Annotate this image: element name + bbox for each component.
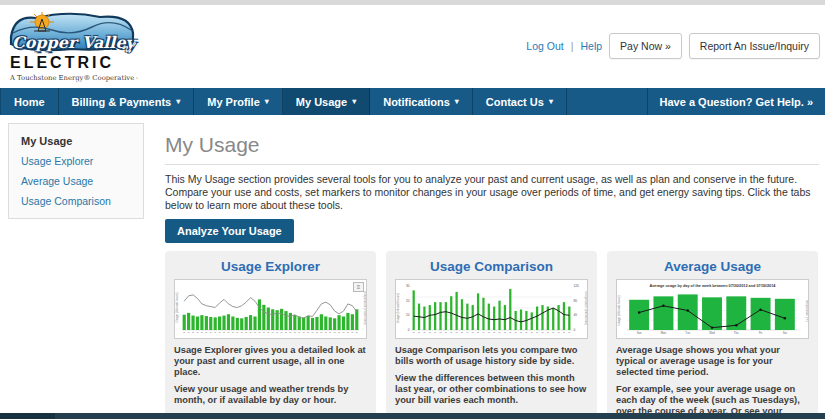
header-utility-links: Log Out | Help Pay Now » Report An Issue… bbox=[526, 33, 820, 59]
svg-text:Usage (kilowatt-hours): Usage (kilowatt-hours) bbox=[617, 296, 621, 326]
svg-text:Temperature (°F): Temperature (°F) bbox=[805, 300, 809, 323]
chevron-down-icon: ▾ bbox=[265, 97, 269, 106]
usage-comparison-chart: Usage (kilowatt-hours)Temperature (Fahre… bbox=[395, 279, 588, 339]
sidebar-item-usage-comparison[interactable]: Usage Comparison bbox=[9, 191, 143, 211]
help-link[interactable]: Help bbox=[580, 40, 602, 52]
page-title: My Usage bbox=[165, 133, 819, 165]
average-usage-chart: Average usage by day of the week between… bbox=[616, 279, 809, 339]
usage-explorer-card: Usage Explorer ≡ Usage (kilowatt-hours)T… bbox=[165, 251, 376, 419]
svg-text:Wed: Wed bbox=[709, 331, 715, 335]
logo-electric-text: ELECTRIC bbox=[10, 54, 138, 71]
card-text: Average Usage shows you what your typica… bbox=[616, 345, 809, 378]
logo-artwork: Copper Valley bbox=[8, 9, 136, 53]
svg-text:Sat: Sat bbox=[783, 331, 787, 335]
svg-text:120: 120 bbox=[574, 284, 580, 288]
card-text: Usage Comparison lets you compare two bi… bbox=[395, 345, 588, 367]
company-logo[interactable]: Copper Valley ELECTRIC A Touchstone Ener… bbox=[8, 9, 138, 83]
card-title-usage-explorer: Usage Explorer bbox=[174, 259, 367, 274]
usage-comparison-card: Usage Comparison Usage (kilowatt-hours)T… bbox=[386, 251, 597, 419]
sidebar-item-my-usage[interactable]: My Usage bbox=[9, 131, 143, 151]
sidebar: My Usage Usage Explorer Average Usage Us… bbox=[8, 123, 144, 219]
sidebar-item-average-usage[interactable]: Average Usage bbox=[9, 171, 143, 191]
svg-text:Fri: Fri bbox=[759, 331, 763, 335]
nav-item-home[interactable]: Home bbox=[0, 88, 59, 115]
usage-explorer-chart: ≡ Usage (kilowatt-hours)Temperature (Fah… bbox=[174, 279, 367, 339]
main-nav: Home Billing & Payments▾ My Profile▾ My … bbox=[0, 88, 825, 115]
intro-text: This My Usage section provides several t… bbox=[165, 173, 819, 212]
link-divider: | bbox=[571, 40, 574, 52]
svg-text:Temperature (Fahrenheit): Temperature (Fahrenheit) bbox=[363, 291, 367, 325]
svg-text:Average usage by day of the we: Average usage by day of the week between… bbox=[650, 284, 777, 288]
card-title-usage-comparison: Usage Comparison bbox=[395, 259, 588, 274]
touchstone-energy-icon bbox=[136, 73, 138, 83]
chevron-down-icon: ▾ bbox=[455, 97, 459, 106]
svg-text:Tue: Tue bbox=[685, 331, 690, 335]
analyze-your-usage-button[interactable]: Analyze Your Usage bbox=[165, 219, 294, 243]
site-header: Copper Valley ELECTRIC A Touchstone Ener… bbox=[0, 5, 825, 88]
tool-cards: Usage Explorer ≡ Usage (kilowatt-hours)T… bbox=[165, 251, 819, 419]
pay-now-button[interactable]: Pay Now » bbox=[609, 33, 682, 59]
svg-text:0: 0 bbox=[408, 328, 410, 332]
svg-text:20: 20 bbox=[406, 299, 410, 303]
sidebar-item-usage-explorer[interactable]: Usage Explorer bbox=[9, 151, 143, 171]
logo-script-text: Copper Valley bbox=[12, 33, 132, 52]
card-title-average-usage: Average Usage bbox=[616, 259, 809, 274]
footer-bar bbox=[0, 413, 825, 419]
nav-item-my-profile[interactable]: My Profile▾ bbox=[194, 88, 283, 115]
svg-text:0: 0 bbox=[574, 328, 576, 332]
card-text: Usage Explorer gives you a detailed look… bbox=[174, 345, 367, 378]
logout-link[interactable]: Log Out bbox=[526, 40, 563, 52]
nav-item-my-usage[interactable]: My Usage▾ bbox=[283, 88, 370, 115]
nav-item-notifications[interactable]: Notifications▾ bbox=[370, 88, 473, 115]
svg-text:10: 10 bbox=[406, 314, 410, 318]
svg-text:Temperature (Fahrenheit): Temperature (Fahrenheit) bbox=[584, 291, 588, 325]
card-text: View the differences between this month … bbox=[395, 373, 588, 406]
nav-item-contact-us[interactable]: Contact Us▾ bbox=[473, 88, 567, 115]
chevron-down-icon: ▾ bbox=[176, 97, 180, 106]
nav-get-help-link[interactable]: Have a Question? Get Help. » bbox=[647, 88, 825, 115]
svg-text:Usage (kilowatt-hours): Usage (kilowatt-hours) bbox=[175, 293, 179, 323]
nav-item-billing-payments[interactable]: Billing & Payments▾ bbox=[59, 88, 195, 115]
svg-text:40: 40 bbox=[574, 314, 578, 318]
svg-text:Sun: Sun bbox=[637, 331, 642, 335]
svg-text:30: 30 bbox=[406, 284, 410, 288]
average-usage-card: Average Usage Average usage by day of th… bbox=[607, 251, 818, 419]
svg-text:Mon: Mon bbox=[661, 331, 667, 335]
svg-text:Usage (kilowatt-hours): Usage (kilowatt-hours) bbox=[396, 293, 400, 323]
chevron-down-icon: ▾ bbox=[549, 97, 553, 106]
chevron-down-icon: ▾ bbox=[352, 97, 356, 106]
svg-text:Thu: Thu bbox=[734, 331, 739, 335]
svg-text:80: 80 bbox=[574, 299, 578, 303]
card-text: View your usage and weather trends by mo… bbox=[174, 384, 367, 406]
logo-tagline: A Touchstone Energy® Cooperative bbox=[10, 73, 138, 83]
report-issue-button[interactable]: Report An Issue/Inquiry bbox=[689, 33, 820, 59]
main-content: My Usage This My Usage section provides … bbox=[165, 115, 819, 413]
